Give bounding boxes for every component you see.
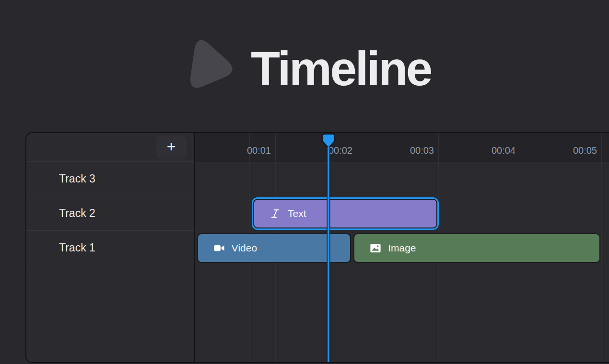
ruler-tick-label: 00:02 bbox=[275, 133, 357, 162]
clip-label: Text bbox=[288, 208, 306, 219]
track-row-3[interactable]: Track 3 bbox=[26, 162, 194, 196]
playhead-line bbox=[328, 147, 329, 362]
video-camera-icon bbox=[213, 242, 225, 254]
track-label: Track 3 bbox=[59, 172, 95, 185]
ruler-tick-label: 00:03 bbox=[357, 133, 438, 162]
track-row-1[interactable]: Track 1 bbox=[26, 231, 194, 265]
timeline-panel: + Track 3 Track 2 Track 1 00:01 00:02 00… bbox=[25, 132, 609, 363]
italic-text-icon bbox=[269, 208, 281, 219]
play-logo-icon bbox=[178, 33, 238, 99]
clip-image[interactable]: Image bbox=[353, 233, 600, 263]
ruler-tick-label: 00:04 bbox=[438, 133, 520, 162]
app-header: Timeline bbox=[0, 33, 609, 99]
plus-icon: + bbox=[167, 139, 176, 154]
track-label: Track 2 bbox=[59, 207, 95, 220]
track-row-2[interactable]: Track 2 bbox=[26, 196, 194, 231]
track-list-header: + bbox=[26, 133, 194, 162]
page-title: Timeline bbox=[251, 45, 431, 92]
ruler-tick-label: 00:01 bbox=[195, 133, 275, 162]
image-icon bbox=[370, 242, 381, 254]
clip-label: Image bbox=[388, 242, 416, 254]
time-ruler[interactable]: 00:01 00:02 00:03 00:04 00:05 bbox=[195, 133, 609, 162]
timeline-grid: 00:01 00:02 00:03 00:04 00:05 Text Video… bbox=[195, 133, 609, 362]
clip-label: Video bbox=[232, 242, 257, 254]
clip-text[interactable]: Text bbox=[253, 199, 437, 228]
track-label: Track 1 bbox=[59, 241, 95, 254]
ruler-tick-label: 00:05 bbox=[520, 133, 601, 162]
track-list: + Track 3 Track 2 Track 1 bbox=[26, 133, 195, 362]
add-track-button[interactable]: + bbox=[156, 136, 187, 159]
